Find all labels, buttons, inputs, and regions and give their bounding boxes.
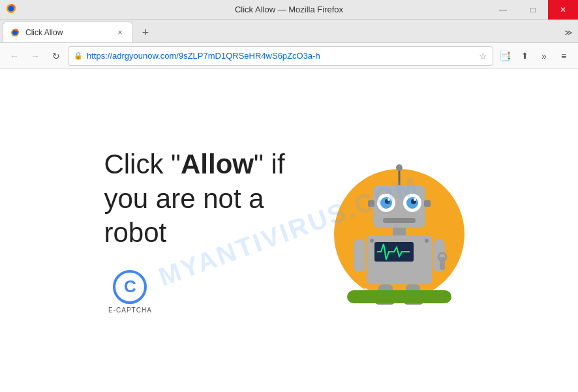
svg-rect-16 [424, 200, 431, 207]
svg-rect-23 [354, 239, 365, 272]
maximize-button[interactable]: □ [518, 0, 548, 20]
svg-point-22 [425, 239, 429, 243]
share-button[interactable]: ⬆ [515, 47, 534, 65]
captcha-logo: C E-CAPTCHA [104, 270, 156, 314]
allow-word: Allow [181, 149, 254, 179]
more-tools-icon: » [541, 51, 547, 61]
tab-close-button[interactable]: × [114, 27, 126, 38]
menu-button[interactable]: ≡ [555, 47, 573, 65]
svg-point-14 [414, 198, 416, 201]
captcha-label: E-CAPTCHA [108, 307, 152, 314]
lock-icon: 🔒 [74, 52, 83, 60]
toolbar-actions: 📑 ⬆ » ≡ [496, 47, 573, 65]
new-tab-button[interactable]: + [136, 23, 155, 42]
svg-point-21 [370, 239, 374, 243]
content-wrapper: Click "Allow" ifyou are not arobot C E-C… [104, 147, 474, 314]
more-tools-button[interactable]: » [535, 47, 553, 65]
address-bar[interactable]: 🔒 https://adrgyounow.com/9sZLP7mD1QRSeHR… [68, 46, 493, 66]
close-button[interactable]: ✕ [548, 0, 578, 20]
svg-rect-18 [393, 228, 406, 235]
robot-svg [347, 162, 451, 306]
svg-point-13 [388, 198, 390, 201]
page-content: MYANTIVIRUS.COM Click "Allow" ifyou are … [0, 69, 578, 392]
svg-point-1 [8, 5, 14, 11]
svg-rect-15 [368, 200, 374, 207]
back-button[interactable]: ← [5, 47, 23, 65]
menu-icon: ≡ [561, 51, 566, 61]
tab-favicon [10, 27, 20, 38]
minimize-button[interactable]: — [488, 0, 518, 20]
firefox-logo [5, 3, 17, 17]
tab-label: Click Allow [25, 28, 109, 37]
heading-text: Click "Allow" ifyou are not arobot [104, 149, 284, 248]
grass-patch [347, 290, 451, 303]
reading-list-icon: 📑 [499, 50, 511, 62]
captcha-icon: C [113, 270, 147, 304]
forward-button[interactable]: → [26, 47, 44, 65]
bookmark-icon[interactable]: ☆ [479, 51, 487, 61]
navigation-toolbar: ← → ↻ 🔒 https://adrgyounow.com/9sZLP7mD1… [0, 43, 578, 69]
left-content: Click "Allow" ifyou are not arobot C E-C… [104, 147, 284, 314]
svg-rect-25 [440, 257, 445, 270]
svg-rect-17 [383, 218, 416, 223]
reading-list-button[interactable]: 📑 [496, 47, 514, 65]
tab-overflow-button[interactable]: ≫ [558, 23, 578, 42]
window-title: Click Allow — Mozilla Firefox [235, 5, 343, 14]
tab-bar: Click Allow × + ≫ [0, 20, 578, 43]
robot-illustration [324, 149, 474, 312]
address-text: https://adrgyounow.com/9sZLP7mD1QRSeHR4w… [87, 51, 475, 61]
window-titlebar: Click Allow — Mozilla Firefox — □ ✕ [0, 0, 578, 20]
main-heading: Click "Allow" ifyou are not arobot [104, 147, 284, 250]
svg-point-5 [396, 164, 403, 171]
active-tab[interactable]: Click Allow × [3, 22, 133, 42]
share-icon: ⬆ [521, 51, 528, 61]
reload-button[interactable]: ↻ [47, 47, 65, 65]
window-controls: — □ ✕ [488, 0, 578, 20]
